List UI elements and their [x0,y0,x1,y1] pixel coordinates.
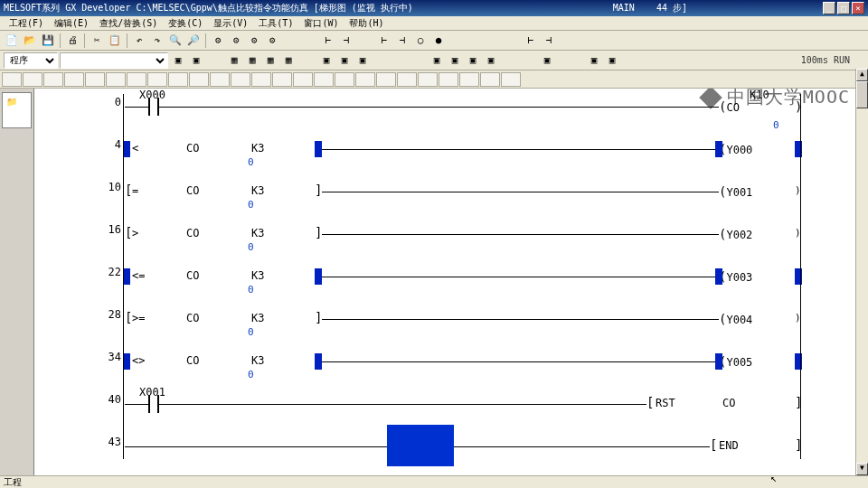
ladder-icon[interactable]: ⊣ [338,33,354,49]
scroll-down-icon[interactable]: ▼ [856,463,868,475]
slot[interactable] [210,72,230,87]
slot[interactable] [251,72,271,87]
slot[interactable] [397,72,417,87]
vertical-scrollbar[interactable]: ▲ ▼ [855,69,868,475]
tree-view[interactable]: 📁 [2,92,32,128]
ladder-rung[interactable]: 40X001[RSTCO] [34,391,855,422]
slot[interactable] [127,72,146,87]
undo-icon[interactable]: ↶ [131,33,147,49]
menu-help[interactable]: 帮助(H) [344,16,389,30]
slot[interactable] [293,72,313,87]
ladder-icon[interactable]: ⊢ [376,33,392,49]
slot[interactable] [459,72,479,87]
slot[interactable] [376,72,396,87]
ladder-rung[interactable]: 22[<=COK30](Y003) [34,264,855,295]
ladder-editor[interactable]: 中国大学MOOC 0X000(COK100)4[<COK30](Y000)10[… [34,89,868,475]
close-button[interactable]: × [852,2,864,14]
ladder-rung[interactable]: 0X000(COK100) [34,94,855,125]
tool-icon[interactable]: ▣ [586,52,602,69]
ladder-rung[interactable]: 4[<COK30](Y000) [34,136,855,167]
minimize-button[interactable]: _ [823,2,835,14]
menu-search[interactable]: 查找/替换(S) [94,16,163,30]
tool-icon[interactable]: ▣ [170,52,186,69]
slot[interactable] [501,72,521,87]
tree-icon[interactable]: 📁 [6,97,17,107]
titlebar: MELSOFT系列 GX Developer C:\MELSEC\Gppw\触点… [0,0,868,16]
slot[interactable] [189,72,209,87]
slot[interactable] [335,72,354,87]
tool-icon[interactable]: ▣ [465,52,481,69]
save-icon[interactable]: 💾 [40,33,56,49]
tool-icon[interactable]: ▣ [483,52,499,69]
ladder-icon[interactable]: ⊣ [394,33,410,49]
ladder-rung[interactable]: 10[=COK30](Y001) [34,179,855,210]
cursor-icon: ↖ [770,472,777,484]
tool-icon[interactable]: ⚙ [246,33,262,49]
slot[interactable] [147,72,167,87]
tool-icon[interactable]: ▦ [262,52,278,69]
slot[interactable] [314,72,334,87]
ladder-rung[interactable]: 16[>COK30](Y002) [34,221,855,252]
energized-hl [315,268,322,285]
body-area: 📁 中国大学MOOC 0X000(COK100)4[<COK30](Y000)1… [0,89,868,475]
tool-icon[interactable]: ▣ [336,52,353,69]
tool-icon[interactable]: ▣ [318,52,335,69]
step-number: 16 [105,223,121,236]
slot[interactable] [106,72,126,87]
open-icon[interactable]: 📂 [22,33,38,49]
slot[interactable] [85,72,105,87]
print-icon[interactable]: 🖨 [64,33,80,49]
zoom-icon[interactable]: 🔎 [185,33,202,49]
tool-icon[interactable]: ⚙ [264,33,280,49]
tool-icon[interactable]: ▣ [604,52,620,69]
menu-project[interactable]: 工程(F) [4,16,49,30]
tool-icon[interactable]: ▣ [188,52,204,69]
copy-icon[interactable]: 📋 [107,33,123,49]
menu-window[interactable]: 窗口(W) [298,16,344,30]
slot[interactable] [418,72,438,87]
ladder-icon[interactable]: ○ [412,33,429,49]
ladder-icon[interactable]: ⊢ [320,33,336,49]
new-icon[interactable]: 📄 [4,33,20,49]
tool-icon[interactable]: ▦ [280,52,297,69]
ladder-icon[interactable]: ⊣ [541,33,557,49]
slot[interactable] [355,72,375,87]
slot[interactable] [168,72,188,87]
slot[interactable] [2,72,22,87]
scroll-up-icon[interactable]: ▲ [856,69,868,81]
scroll-thumb[interactable] [856,81,868,108]
tool-icon[interactable]: ▣ [354,52,371,69]
menu-convert[interactable]: 变换(C) [163,16,208,30]
ladder-rung[interactable]: 34[<>COK30](Y005) [34,349,855,380]
tool-icon[interactable]: ⚙ [228,33,244,49]
energized-hl [123,141,130,157]
redo-icon[interactable]: ↷ [149,33,165,49]
menu-edit[interactable]: 编辑(E) [49,16,94,30]
find-icon[interactable]: 🔍 [167,33,184,49]
slot[interactable] [64,72,84,87]
cut-icon[interactable]: ✂ [89,33,105,49]
ladder-rung[interactable]: 43[END] [34,434,855,465]
current-value: 0 [248,156,254,168]
ladder-icon[interactable]: ● [430,33,447,49]
tool-icon[interactable]: ▣ [447,52,463,69]
tool-icon[interactable]: ▣ [429,52,445,69]
slot[interactable] [439,72,458,87]
slot[interactable] [23,72,42,87]
tool-icon[interactable]: ▣ [539,52,555,69]
slot[interactable] [272,72,292,87]
ladder-icon[interactable]: ⊢ [523,33,539,49]
tool-icon[interactable]: ⚙ [210,33,226,49]
left-panel: 📁 [0,89,34,475]
slot[interactable] [43,72,63,87]
menu-view[interactable]: 显示(V) [208,16,253,30]
slot[interactable] [480,72,500,87]
device-dropdown[interactable] [60,52,168,69]
maximize-button[interactable]: □ [837,2,850,14]
program-dropdown[interactable]: 程序 [4,52,58,69]
ladder-rung[interactable]: 28[>=COK30](Y004) [34,306,855,337]
slot[interactable] [231,72,250,87]
tool-icon[interactable]: ▦ [226,52,242,69]
menu-tools[interactable]: 工具(T) [253,16,298,30]
tool-icon[interactable]: ▦ [244,52,260,69]
